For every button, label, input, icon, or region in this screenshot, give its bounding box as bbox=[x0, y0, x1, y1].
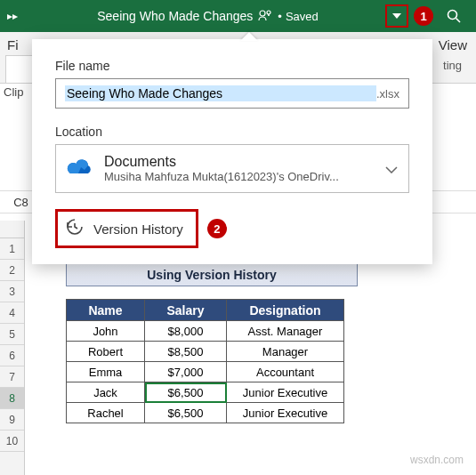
chevron-down-icon bbox=[385, 161, 398, 177]
table-row[interactable]: Jack$6,500Junior Executive bbox=[67, 382, 344, 403]
cell[interactable]: Junior Executive bbox=[227, 382, 344, 403]
location-selector[interactable]: Documents Musiha Mahfuza Mukta(1612023)'… bbox=[55, 144, 409, 193]
clipboard-label-fragment: Clip bbox=[4, 85, 23, 99]
row-header[interactable]: 4 bbox=[0, 302, 24, 324]
location-path: Musiha Mahfuza Mukta(1612023)'s OneDriv.… bbox=[104, 170, 376, 183]
file-tab-fragment[interactable]: Fi bbox=[7, 37, 19, 52]
cell[interactable]: $8,000 bbox=[145, 321, 227, 342]
save-status: • Saved bbox=[278, 10, 318, 23]
cell[interactable]: $6,500 bbox=[145, 382, 227, 403]
file-name-input[interactable]: Seeing Who Made Changes .xlsx bbox=[55, 78, 409, 109]
file-name-label: File name bbox=[55, 59, 409, 73]
file-extension: .xlsx bbox=[376, 87, 399, 101]
view-tab[interactable]: View bbox=[439, 37, 467, 52]
row-header[interactable]: 7 bbox=[0, 366, 24, 388]
cell[interactable]: Accountant bbox=[227, 362, 344, 382]
cell[interactable]: Junior Executive bbox=[227, 403, 344, 423]
row-header[interactable]: 9 bbox=[0, 409, 24, 431]
column-header[interactable]: Designation bbox=[227, 300, 344, 321]
row-header[interactable]: 8 bbox=[0, 388, 24, 409]
data-table[interactable]: NameSalaryDesignation John$8,000Asst. Ma… bbox=[66, 299, 344, 423]
cell[interactable]: $6,500 bbox=[145, 403, 227, 423]
svg-point-2 bbox=[448, 11, 457, 20]
column-header[interactable]: Salary bbox=[145, 300, 227, 321]
annotation-2: 2 bbox=[207, 219, 227, 238]
title-bar: ▸▸ Seeing Who Made Changes • Saved 1 bbox=[0, 0, 476, 32]
table-row[interactable]: Rachel$6,500Junior Executive bbox=[67, 403, 344, 423]
column-header[interactable]: Name bbox=[67, 300, 145, 321]
cell[interactable]: $8,500 bbox=[145, 342, 227, 362]
file-name-value[interactable]: Seeing Who Made Changes bbox=[65, 85, 376, 101]
row-headers[interactable]: 12345678910 bbox=[0, 221, 25, 475]
table-row[interactable]: Emma$7,000Accountant bbox=[67, 362, 344, 382]
share-icon[interactable] bbox=[258, 9, 272, 24]
flyout-pointer bbox=[240, 32, 258, 41]
cell[interactable]: Robert bbox=[67, 342, 145, 362]
section-title: Using Version History bbox=[66, 263, 358, 286]
row-header[interactable]: 3 bbox=[0, 281, 24, 302]
title-dropdown-button[interactable] bbox=[385, 4, 408, 28]
table-row[interactable]: Robert$8,500Manager bbox=[67, 342, 344, 362]
row-header[interactable]: 2 bbox=[0, 260, 24, 281]
onedrive-icon bbox=[67, 157, 95, 181]
svg-line-3 bbox=[456, 19, 461, 23]
search-button[interactable] bbox=[439, 8, 469, 24]
history-icon bbox=[65, 217, 85, 240]
svg-point-1 bbox=[267, 11, 270, 14]
cell[interactable]: Rachel bbox=[67, 403, 145, 423]
table-row[interactable]: John$8,000Asst. Manager bbox=[67, 321, 344, 342]
row-header[interactable]: 6 bbox=[0, 345, 24, 366]
annotation-1: 1 bbox=[414, 6, 433, 26]
expand-ribbon-button[interactable]: ▸▸ bbox=[7, 10, 32, 22]
row-header[interactable]: 1 bbox=[0, 238, 24, 260]
location-label: Location bbox=[55, 125, 409, 139]
watermark: wsxdn.com bbox=[410, 454, 464, 466]
group-fragment: ting bbox=[443, 59, 462, 72]
cell[interactable]: Emma bbox=[67, 362, 145, 382]
version-history-label: Version History bbox=[93, 221, 183, 237]
cell[interactable]: Manager bbox=[227, 342, 344, 362]
location-title: Documents bbox=[104, 154, 376, 170]
cell[interactable]: $7,000 bbox=[145, 362, 227, 382]
title-flyout: File name Seeing Who Made Changes .xlsx … bbox=[32, 39, 432, 264]
cell[interactable]: Jack bbox=[67, 382, 145, 403]
cell[interactable]: John bbox=[67, 321, 145, 342]
row-header[interactable]: 10 bbox=[0, 431, 24, 452]
svg-point-0 bbox=[260, 11, 265, 16]
row-header[interactable]: 5 bbox=[0, 324, 24, 345]
version-history-button[interactable]: Version History bbox=[55, 209, 198, 248]
cell[interactable]: Asst. Manager bbox=[227, 321, 344, 342]
document-title: Seeing Who Made Changes bbox=[97, 9, 253, 23]
